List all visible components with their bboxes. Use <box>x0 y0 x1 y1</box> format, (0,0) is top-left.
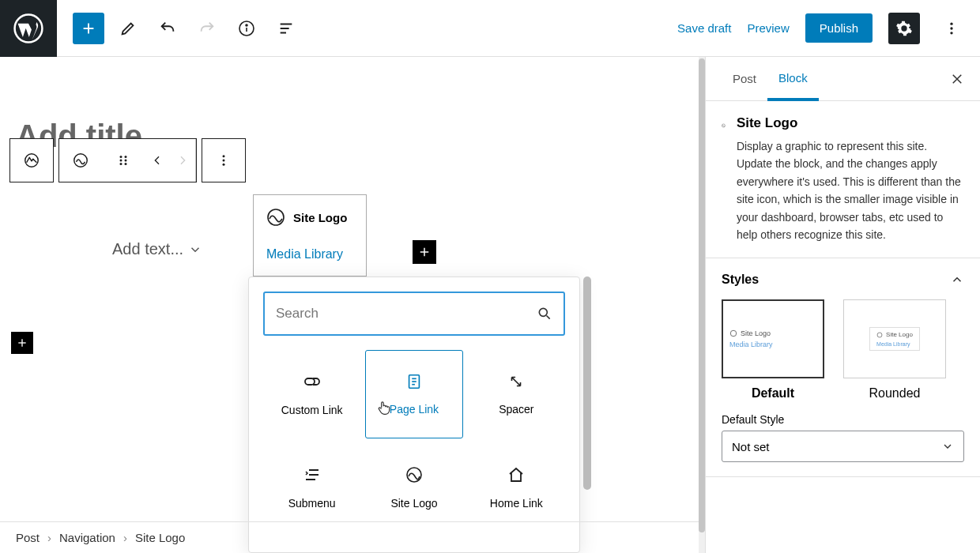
block-inserter-popover: Search Custom Link Page Link Spacer <box>248 276 580 553</box>
block-type-icon <box>722 115 726 136</box>
svg-point-17 <box>223 164 225 166</box>
add-text-button[interactable]: Add text... <box>112 240 202 258</box>
settings-button[interactable] <box>888 13 920 44</box>
more-options-icon[interactable] <box>936 13 967 44</box>
block-title: Site Logo <box>737 115 964 131</box>
add-block-button[interactable] <box>73 13 104 44</box>
style-option-rounded[interactable]: Site Logo Media Library Rounded <box>843 299 946 401</box>
link-icon <box>303 372 322 391</box>
default-style-label: Default Style <box>722 413 964 426</box>
block-more-icon[interactable] <box>202 139 245 182</box>
move-right-icon <box>170 139 195 182</box>
parent-block-icon[interactable] <box>10 139 53 182</box>
page-icon <box>405 373 423 390</box>
inline-inserter-button[interactable] <box>413 240 436 264</box>
preview-button[interactable]: Preview <box>747 21 789 35</box>
block-description: Display a graphic to represent this site… <box>737 137 964 243</box>
tab-block[interactable]: Block <box>767 58 819 101</box>
block-option-site-logo[interactable]: Site Logo <box>365 443 462 532</box>
svg-point-14 <box>125 163 127 165</box>
block-option-submenu[interactable]: Submenu <box>263 443 360 532</box>
edit-tool-icon[interactable] <box>112 13 144 44</box>
search-icon <box>537 306 552 322</box>
redo-icon <box>191 13 223 44</box>
block-option-home-link[interactable]: Home Link <box>468 443 565 532</box>
svg-point-6 <box>950 32 952 34</box>
wordpress-logo[interactable] <box>0 0 57 57</box>
svg-point-15 <box>223 155 225 157</box>
media-library-link[interactable]: Media Library <box>266 247 353 261</box>
block-option-spacer[interactable]: Spacer <box>468 350 565 438</box>
block-toolbar <box>9 138 246 182</box>
svg-point-9 <box>120 156 122 158</box>
save-draft-button[interactable]: Save draft <box>677 21 731 35</box>
move-left-icon[interactable] <box>145 139 170 182</box>
svg-point-3 <box>246 24 247 26</box>
canvas-scrollbar[interactable] <box>699 58 705 532</box>
svg-point-28 <box>877 333 882 337</box>
breadcrumb: Post › Navigation › Site Logo <box>0 521 699 553</box>
inserter-scrollbar[interactable] <box>583 276 591 490</box>
submenu-icon <box>303 465 322 484</box>
spacer-icon <box>507 373 525 390</box>
svg-point-11 <box>120 160 122 162</box>
svg-point-8 <box>74 154 88 167</box>
breadcrumb-item[interactable]: Site Logo <box>135 531 185 544</box>
site-logo-title: Site Logo <box>293 211 347 224</box>
block-option-page-link[interactable]: Page Link <box>365 350 462 438</box>
svg-rect-20 <box>305 378 315 385</box>
list-view-icon[interactable] <box>270 13 302 44</box>
breadcrumb-item[interactable]: Post <box>16 531 40 544</box>
svg-point-19 <box>539 308 547 316</box>
append-block-button[interactable] <box>11 332 33 354</box>
close-sidebar-icon[interactable] <box>950 72 964 86</box>
publish-button[interactable]: Publish <box>805 13 873 43</box>
svg-point-5 <box>950 27 952 29</box>
breadcrumb-item[interactable]: Navigation <box>59 531 115 544</box>
logo-icon <box>405 465 424 484</box>
styles-panel-toggle[interactable]: Styles <box>722 273 964 287</box>
home-icon <box>507 465 526 484</box>
svg-point-10 <box>125 156 127 158</box>
default-style-select[interactable]: Not set <box>722 431 964 462</box>
info-icon[interactable] <box>231 13 262 44</box>
tab-post[interactable]: Post <box>722 57 767 100</box>
style-option-default[interactable]: Site Logo Media Library Default <box>722 299 824 401</box>
block-type-icon[interactable] <box>59 139 102 182</box>
chevron-down-icon <box>941 440 954 453</box>
drag-handle-icon[interactable] <box>102 139 145 182</box>
svg-point-12 <box>125 160 127 162</box>
svg-point-13 <box>120 163 122 165</box>
svg-point-27 <box>730 331 737 337</box>
chevron-up-icon <box>950 273 964 287</box>
block-option-custom-link[interactable]: Custom Link <box>263 350 360 438</box>
site-logo-block[interactable]: Site Logo Media Library <box>253 194 367 276</box>
svg-point-16 <box>223 160 225 162</box>
svg-point-4 <box>950 22 952 24</box>
block-search-input[interactable]: Search <box>263 292 565 336</box>
undo-icon[interactable] <box>152 13 183 44</box>
